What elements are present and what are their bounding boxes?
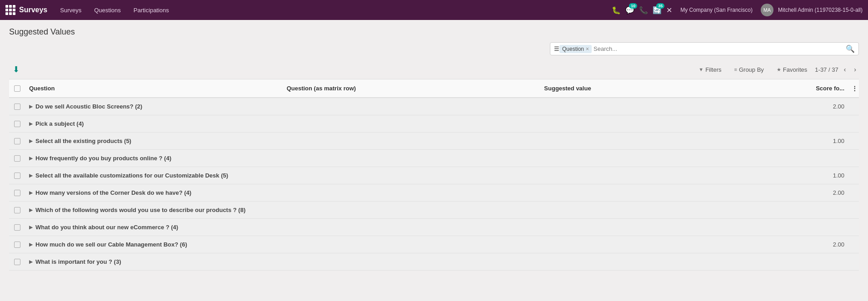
row-options-5[interactable] [848, 190, 859, 196]
row-checkbox-6[interactable] [9, 204, 25, 216]
row-matrix-4 [283, 173, 541, 178]
row-label-2[interactable]: ▶ Select all the existing products (5) [25, 135, 283, 147]
table-row: ▶ Pick a subject (4) [9, 115, 859, 133]
row-options-2[interactable] [848, 138, 859, 144]
row-label-1[interactable]: ▶ Pick a subject (4) [25, 118, 283, 130]
row-suggested-3 [540, 156, 798, 161]
row-options-9[interactable] [848, 259, 859, 265]
expand-icon-4[interactable]: ▶ [29, 173, 33, 178]
filters-button[interactable]: ▼ Filters [693, 64, 726, 75]
row-checkbox-1[interactable] [9, 118, 25, 130]
group-by-label: Group By [739, 66, 764, 73]
row-label-9[interactable]: ▶ What is important for you ? (3) [25, 256, 283, 268]
row-options-0[interactable] [848, 104, 859, 109]
search-tag-close[interactable]: × [586, 46, 589, 52]
row-options-8[interactable] [848, 242, 859, 247]
expand-icon-6[interactable]: ▶ [29, 207, 33, 212]
expand-icon-9[interactable]: ▶ [29, 259, 33, 264]
grid-icon[interactable] [5, 5, 15, 15]
expand-icon-3[interactable]: ▶ [29, 156, 33, 161]
debug-icon[interactable]: 🐛 [612, 6, 621, 15]
select-all-checkbox[interactable] [14, 85, 20, 92]
favorites-button[interactable]: ★ Favorites [772, 64, 812, 75]
search-input[interactable] [594, 45, 846, 52]
app-brand[interactable]: Surveys [5, 5, 47, 15]
table-row: ▶ Select all the available customization… [9, 167, 859, 184]
row-score-9 [798, 259, 848, 265]
row-matrix-2 [283, 138, 541, 144]
row-label-0[interactable]: ▶ Do we sell Acoustic Bloc Screens? (2) [25, 100, 283, 113]
row-checkbox-5[interactable] [9, 187, 25, 199]
row-matrix-8 [283, 242, 541, 247]
col-matrix-row: Question (as matrix row) [283, 83, 541, 94]
table-row: ▶ How many versions of the Corner Desk d… [9, 184, 859, 202]
search-tag-label: Question [562, 46, 584, 52]
row-matrix-7 [283, 225, 541, 230]
expand-icon-1[interactable]: ▶ [29, 121, 33, 126]
row-score-2: 1.00 [798, 135, 848, 147]
pagination-info: 1-37 / 37 ‹ › [815, 65, 859, 74]
pagination-prev[interactable]: ‹ [841, 65, 849, 74]
row-label-7[interactable]: ▶ What do you think about our new eComme… [25, 221, 283, 233]
settings-icon[interactable]: ✕ [666, 6, 672, 15]
main-content: Suggested Values ☰ Question × 🔍 ⬇ ▼ Filt… [0, 20, 868, 278]
pagination-next[interactable]: › [851, 65, 859, 74]
row-checkbox-3[interactable] [9, 153, 25, 164]
avatar[interactable]: MA [761, 4, 773, 16]
row-label-8[interactable]: ▶ How much do we sell our Cable Manageme… [25, 238, 283, 251]
row-matrix-1 [283, 121, 541, 127]
expand-icon-5[interactable]: ▶ [29, 190, 33, 195]
expand-icon-0[interactable]: ▶ [29, 104, 33, 109]
phone-icon[interactable]: 📞 [639, 6, 648, 15]
nav-surveys[interactable]: Surveys [55, 4, 87, 16]
nav-participations[interactable]: Participations [128, 4, 175, 16]
table-body: ▶ Do we sell Acoustic Bloc Screens? (2) … [9, 98, 859, 271]
row-suggested-0 [540, 104, 798, 109]
expand-icon-2[interactable]: ▶ [29, 138, 33, 143]
table-row: ▶ What is important for you ? (3) [9, 253, 859, 271]
pagination-text: 1-37 / 37 [815, 66, 838, 73]
row-suggested-2 [540, 138, 798, 144]
messages-icon[interactable]: 💬 10 [625, 6, 634, 15]
row-options-4[interactable] [848, 173, 859, 178]
row-checkbox-8[interactable] [9, 239, 25, 251]
row-suggested-7 [540, 225, 798, 230]
nav-questions[interactable]: Questions [89, 4, 126, 16]
data-table: Question Question (as matrix row) Sugges… [9, 79, 859, 271]
col-options: ⋮ [848, 83, 859, 94]
row-matrix-5 [283, 190, 541, 196]
row-checkbox-9[interactable] [9, 256, 25, 268]
row-checkbox-2[interactable] [9, 135, 25, 147]
search-submit-icon[interactable]: 🔍 [846, 44, 855, 53]
row-label-4[interactable]: ▶ Select all the available customization… [25, 169, 283, 182]
row-label-6[interactable]: ▶ Which of the following words would you… [25, 204, 283, 216]
row-options-6[interactable] [848, 207, 859, 213]
table-row: ▶ Which of the following words would you… [9, 202, 859, 219]
group-by-button[interactable]: ≡ Group By [729, 64, 769, 75]
search-tag: Question × [559, 45, 592, 53]
column-options-icon[interactable]: ⋮ [852, 85, 858, 92]
row-checkbox-4[interactable] [9, 170, 25, 182]
col-score: Score fo... [798, 83, 848, 94]
row-label-5[interactable]: ▶ How many versions of the Corner Desk d… [25, 187, 283, 199]
row-score-4: 1.00 [798, 169, 848, 182]
activities-icon[interactable]: 🔄 35 [653, 6, 662, 15]
row-checkbox-7[interactable] [9, 222, 25, 233]
app-name: Surveys [19, 6, 47, 14]
nav-icons: 🐛 💬 10 📞 🔄 35 ✕ My Company (San Francisc… [612, 4, 863, 16]
user-name: Mitchell Admin (11970238-15-0-all) [778, 7, 863, 13]
row-options-7[interactable] [848, 225, 859, 230]
row-checkbox-0[interactable] [9, 101, 25, 113]
row-score-5: 2.00 [798, 187, 848, 199]
row-options-3[interactable] [848, 156, 859, 161]
search-bar[interactable]: ☰ Question × 🔍 [550, 42, 859, 55]
select-all-checkbox-col[interactable] [9, 83, 25, 94]
row-options-1[interactable] [848, 121, 859, 127]
row-label-3[interactable]: ▶ How frequently do you buy products onl… [25, 152, 283, 164]
messages-badge: 10 [629, 3, 637, 9]
company-name: My Company (San Francisco) [680, 7, 753, 13]
expand-icon-7[interactable]: ▶ [29, 225, 33, 230]
download-button[interactable]: ⬇ [9, 63, 23, 76]
expand-icon-8[interactable]: ▶ [29, 242, 33, 247]
col-question: Question [25, 83, 283, 94]
